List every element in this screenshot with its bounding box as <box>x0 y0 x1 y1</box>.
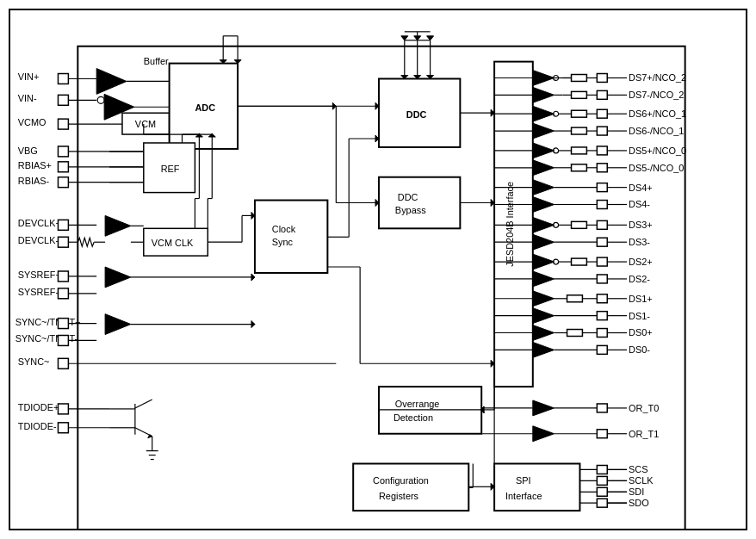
label-overrange-2: Detection <box>393 412 433 423</box>
svg-rect-211 <box>567 330 583 337</box>
svg-point-4 <box>97 96 104 103</box>
svg-rect-120 <box>597 74 607 83</box>
svg-marker-165 <box>533 197 555 213</box>
svg-marker-208 <box>533 325 555 341</box>
svg-rect-128 <box>597 90 607 99</box>
svg-rect-22 <box>58 319 68 329</box>
label-ds2-minus: DS2- <box>629 274 650 284</box>
svg-marker-183 <box>533 254 555 270</box>
svg-rect-15 <box>58 237 68 247</box>
svg-rect-26 <box>58 358 68 369</box>
svg-rect-163 <box>597 183 607 192</box>
label-tdiode-minus: TDIODE- <box>18 421 57 431</box>
label-spi-2: Interface <box>505 491 542 501</box>
svg-rect-199 <box>567 295 583 302</box>
label-sclk: SCLK <box>629 475 654 486</box>
label-ds3-minus: DS3- <box>629 237 650 247</box>
label-buffer: Buffer <box>144 56 169 66</box>
label-ds0-minus: DS0- <box>629 344 650 355</box>
label-tdiode-plus: TDIODE+ <box>18 402 59 412</box>
svg-rect-241 <box>494 464 579 511</box>
svg-rect-126 <box>572 91 587 98</box>
label-adc: ADC <box>195 102 215 113</box>
svg-rect-143 <box>597 127 607 135</box>
svg-marker-225 <box>533 400 555 416</box>
label-config-reg-2: Registers <box>379 491 419 501</box>
svg-marker-138 <box>533 123 555 139</box>
label-ds5-plus: DS5+/NCO_0 <box>629 146 686 156</box>
svg-rect-0 <box>58 74 68 84</box>
svg-rect-246 <box>597 476 607 485</box>
svg-marker-160 <box>533 180 555 195</box>
label-sync: SYNC~ <box>18 356 50 367</box>
svg-marker-178 <box>533 234 555 250</box>
svg-rect-9 <box>58 162 68 172</box>
svg-marker-79 <box>251 321 255 328</box>
label-config-reg-1: Configuration <box>373 475 429 486</box>
svg-rect-233 <box>597 430 607 438</box>
label-devclk-plus: DEVCLK+ <box>18 218 61 228</box>
label-ds6-plus: DS6+/NCO_1 <box>629 108 686 119</box>
svg-rect-5 <box>58 119 68 129</box>
label-ds2-plus: DS2+ <box>629 257 653 267</box>
label-or-t1: OR_T1 <box>629 429 659 439</box>
svg-marker-259 <box>148 435 152 438</box>
svg-marker-145 <box>533 143 555 158</box>
svg-marker-100 <box>414 36 421 40</box>
svg-rect-11 <box>58 177 68 188</box>
svg-rect-194 <box>597 275 607 283</box>
label-ds1-plus: DS1+ <box>629 294 653 304</box>
block-diagram: VIN+ VIN- VCMO VBG RBIAS+ RBIAS- DEVCLK+… <box>9 9 747 530</box>
svg-rect-18 <box>58 271 68 282</box>
svg-rect-249 <box>597 487 607 496</box>
label-ds7-minus: DS7-/NCO_2 <box>629 90 684 100</box>
label-ds5-minus: DS5-/NCO_0 <box>629 163 684 173</box>
label-ds3-plus: DS3+ <box>629 220 653 230</box>
label-vin-minus: VIN- <box>18 93 37 103</box>
svg-rect-228 <box>597 404 607 412</box>
label-vcm-clk: VCM CLK <box>152 238 194 248</box>
label-clock-sync-1: Clock <box>272 224 296 234</box>
svg-rect-24 <box>58 335 68 345</box>
label-sysref-plus: SYSREF+ <box>18 270 61 280</box>
label-clock-sync-2: Sync <box>272 237 294 247</box>
label-rbias-minus: RBIAS- <box>18 176 50 186</box>
label-ds0-plus: DS0+ <box>629 327 653 338</box>
svg-rect-168 <box>597 201 607 209</box>
label-sync-tmst-plus: SYNC~/TMST+ <box>15 317 81 327</box>
svg-rect-156 <box>572 164 587 171</box>
svg-rect-181 <box>597 238 607 246</box>
label-scs: SCS <box>629 464 648 474</box>
svg-line-257 <box>135 400 152 408</box>
svg-rect-213 <box>597 329 607 338</box>
svg-rect-201 <box>597 294 607 303</box>
svg-rect-13 <box>58 220 68 230</box>
label-sdi: SDI <box>629 486 644 497</box>
svg-rect-158 <box>597 164 607 172</box>
svg-rect-252 <box>597 499 607 507</box>
label-ds4-minus: DS4- <box>629 199 650 209</box>
label-sdo: SDO <box>629 498 649 508</box>
svg-rect-149 <box>572 147 587 154</box>
svg-marker-76 <box>251 274 255 281</box>
svg-rect-243 <box>597 465 607 474</box>
svg-marker-32 <box>96 69 127 95</box>
svg-rect-218 <box>597 345 607 354</box>
svg-rect-176 <box>597 220 607 229</box>
svg-rect-134 <box>572 110 587 117</box>
svg-marker-101 <box>427 36 434 40</box>
label-ddc-bypass-1: DDC <box>398 192 418 202</box>
label-ds6-minus: DS6-/NCO_1 <box>629 126 684 136</box>
svg-marker-170 <box>533 217 555 232</box>
label-ddc: DDC <box>406 109 427 120</box>
label-sysref-minus: SYSREF- <box>18 287 59 297</box>
label-ds7-plus: DS7+/NCO_2 <box>629 72 686 83</box>
svg-marker-122 <box>533 87 555 102</box>
svg-rect-2 <box>58 95 68 105</box>
svg-rect-30 <box>58 423 68 433</box>
label-ds4-plus: DS4+ <box>629 183 653 193</box>
label-ref: REF <box>161 164 180 174</box>
label-vcmo: VCMO <box>18 117 46 127</box>
svg-rect-136 <box>597 109 607 118</box>
label-jesd204b: JESD204B Interface <box>505 182 515 267</box>
